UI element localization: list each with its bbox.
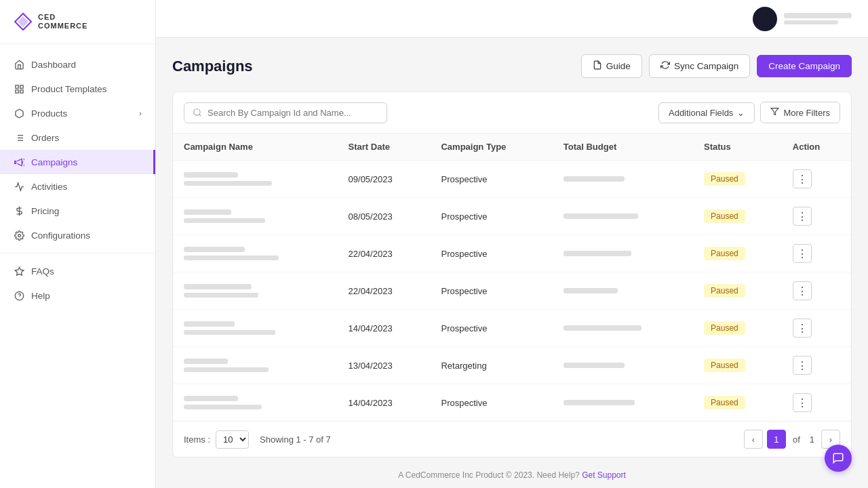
cell-campaign-type: Retargeting (430, 347, 552, 384)
cell-status: Paused (693, 198, 782, 235)
sidebar-item-dashboard[interactable]: Dashboard (0, 52, 155, 77)
status-badge: Paused (704, 359, 745, 372)
chat-icon (832, 452, 844, 464)
prev-page-button[interactable]: ‹ (744, 430, 763, 449)
cell-start-date: 08/05/2023 (338, 198, 431, 235)
sync-campaign-button[interactable]: Sync Campaign (649, 54, 750, 78)
svg-rect-2 (15, 85, 18, 87)
status-badge: Paused (704, 209, 745, 223)
cell-status: Paused (693, 272, 782, 310)
cell-campaign-type: Prospective (430, 272, 552, 310)
table-footer: Items : 10 25 50 Showing 1 - 7 of 7 ‹ 1 … (173, 421, 851, 457)
search-input[interactable] (208, 108, 378, 118)
cell-action: ⋮ (782, 347, 851, 384)
col-status: Status (693, 134, 782, 161)
search-box[interactable] (184, 102, 387, 123)
items-per-page: Items : 10 25 50 (184, 430, 249, 449)
page-1-button[interactable]: 1 (767, 430, 786, 449)
cell-status: Paused (693, 161, 782, 198)
svg-point-19 (194, 109, 200, 115)
sidebar-item-configurations[interactable]: Configurations (0, 223, 155, 247)
sidebar-item-orders[interactable]: Orders (0, 125, 155, 150)
status-badge: Paused (704, 172, 745, 186)
svg-line-20 (199, 115, 201, 117)
campaigns-table: Campaign Name Start Date Campaign Type T… (173, 134, 851, 421)
svg-rect-13 (14, 161, 16, 163)
help-circle-icon (14, 290, 24, 301)
cell-start-date: 09/05/2023 (338, 161, 431, 198)
grid-icon (14, 83, 24, 94)
chat-fab-button[interactable] (825, 445, 852, 472)
row-action-button[interactable]: ⋮ (793, 356, 812, 375)
cell-campaign-name (173, 347, 338, 384)
cell-start-date: 13/04/2023 (338, 347, 431, 384)
table-body: 09/05/2023 Prospective Paused ⋮ 08/05/20… (173, 161, 851, 422)
dollar-icon (14, 205, 24, 216)
table-row: 14/04/2023 Prospective Paused ⋮ (173, 384, 851, 422)
row-action-button[interactable]: ⋮ (793, 244, 812, 263)
items-per-page-select[interactable]: 10 25 50 (216, 430, 249, 449)
cell-action: ⋮ (782, 161, 851, 198)
campaigns-table-card: Additional Fields ⌄ More Filters Campai (172, 92, 852, 458)
sidebar-item-label: Products (31, 108, 67, 119)
guide-button[interactable]: Guide (581, 54, 642, 78)
cell-campaign-name (173, 310, 338, 347)
sidebar-divider (0, 253, 155, 253)
user-name-bar (784, 13, 852, 18)
sidebar: CED COMMERCE Dashboard Product Templates… (0, 0, 156, 488)
sidebar-item-label: Dashboard (31, 60, 76, 70)
svg-marker-21 (771, 108, 778, 115)
cell-start-date: 22/04/2023 (338, 272, 431, 310)
user-profile[interactable] (753, 7, 852, 31)
cell-total-budget (553, 235, 693, 272)
status-badge: Paused (704, 284, 745, 298)
sidebar-item-campaigns[interactable]: Campaigns (0, 150, 155, 174)
pagination: ‹ 1 of 1 › (744, 430, 840, 449)
cell-campaign-name (173, 272, 338, 310)
sidebar-item-label: Activities (31, 182, 67, 192)
sync-icon (660, 60, 670, 72)
cell-action: ⋮ (782, 198, 851, 235)
avatar (753, 7, 777, 31)
more-filters-button[interactable]: More Filters (760, 102, 840, 123)
svg-point-15 (18, 234, 20, 237)
showing-text: Showing 1 - 7 of 7 (260, 434, 331, 445)
cell-status: Paused (693, 235, 782, 272)
table-row: 22/04/2023 Prospective Paused ⋮ (173, 272, 851, 310)
page-actions: Guide Sync Campaign Create Campaign (581, 54, 852, 78)
cell-start-date: 14/04/2023 (338, 384, 431, 422)
sidebar-item-pricing[interactable]: Pricing (0, 199, 155, 223)
sidebar-item-activities[interactable]: Activities (0, 174, 155, 199)
additional-fields-button[interactable]: Additional Fields ⌄ (658, 102, 755, 123)
chevron-down-icon: › (139, 109, 142, 117)
row-action-button[interactable]: ⋮ (793, 207, 812, 226)
sidebar-item-label: FAQs (31, 266, 54, 277)
page-header: Campaigns Guide Sync Campaign Create Cam… (172, 54, 852, 78)
sidebar-item-products[interactable]: Products › (0, 101, 155, 125)
page-title: Campaigns (172, 58, 253, 75)
sidebar-item-product-templates[interactable]: Product Templates (0, 77, 155, 101)
row-action-button[interactable]: ⋮ (793, 169, 812, 188)
row-action-button[interactable]: ⋮ (793, 319, 812, 338)
footer: A CedCommerce Inc Product © 2023. Need H… (156, 462, 868, 488)
status-badge: Paused (704, 321, 745, 335)
create-campaign-button[interactable]: Create Campaign (757, 55, 852, 77)
cell-action: ⋮ (782, 272, 851, 310)
star-icon (14, 266, 24, 277)
sidebar-item-help[interactable]: Help (0, 283, 155, 308)
table-header-row: Campaign Name Start Date Campaign Type T… (173, 134, 851, 161)
row-action-button[interactable]: ⋮ (793, 393, 812, 412)
cell-total-budget (553, 161, 693, 198)
activity-icon (14, 181, 24, 192)
cell-campaign-name (173, 384, 338, 422)
megaphone-icon (14, 157, 24, 167)
sidebar-item-faqs[interactable]: FAQs (0, 259, 155, 283)
row-action-button[interactable]: ⋮ (793, 281, 812, 300)
svg-marker-16 (15, 267, 24, 275)
cell-status: Paused (693, 310, 782, 347)
user-info (784, 13, 852, 24)
sidebar-item-label: Campaigns (31, 157, 77, 167)
col-start-date: Start Date (338, 134, 431, 161)
get-support-link[interactable]: Get Support (582, 470, 626, 480)
header (156, 0, 868, 38)
